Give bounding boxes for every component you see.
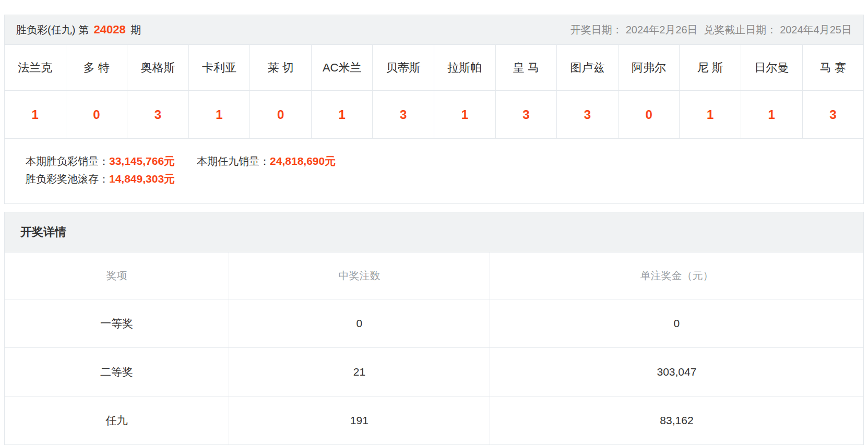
team-row: 法兰克多 特奥格斯卡利亚莱 切AC米兰贝蒂斯拉斯帕皇 马图卢兹阿弗尔尼 斯日尔曼…: [5, 45, 863, 90]
team-cell: 尼 斯: [680, 45, 741, 90]
details-header-bar: 开奖详情: [5, 212, 863, 252]
prize-table: 奖项中奖注数单注奖金（元） 一等奖00二等奖21303,047任九19183,1…: [5, 252, 863, 445]
team-cell: 贝蒂斯: [373, 45, 434, 90]
prize-column-header: 中奖注数: [229, 252, 490, 299]
sfc-sales-label: 本期胜负彩销量：: [26, 155, 109, 167]
result-cell: 0: [619, 91, 680, 138]
prize-amount-cell: 0: [490, 299, 863, 347]
sales-line-1: 本期胜负彩销量：33,145,766元本期任九销量：24,818,690元: [26, 152, 863, 170]
team-cell: 多 特: [66, 45, 128, 90]
result-cell: 1: [312, 91, 373, 138]
details-section-title: 开奖详情: [20, 224, 66, 240]
redeem-deadline-value: 2024年4月25日: [780, 24, 852, 35]
issue-header-bar: 胜负彩(任九) 第 24028 期 开奖日期：2024年2月26日 兑奖截止日期…: [5, 15, 863, 45]
pool-value: 14,849,303元: [109, 173, 175, 185]
sfc-sales-value: 33,145,766元: [109, 155, 175, 167]
prize-name-cell: 二等奖: [5, 347, 229, 396]
issue-title: 胜负彩(任九) 第 24028 期: [16, 23, 141, 37]
team-cell: 法兰克: [5, 45, 66, 90]
result-cell: 1: [434, 91, 496, 138]
result-cell: 3: [496, 91, 557, 138]
pool-label: 胜负彩奖池滚存：: [26, 173, 109, 185]
team-cell: AC米兰: [312, 45, 373, 90]
r9-sales-value: 24,818,690元: [270, 155, 336, 167]
team-cell: 图卢兹: [557, 45, 619, 90]
prize-amount-cell: 83,162: [490, 396, 863, 444]
result-cell: 1: [741, 91, 803, 138]
prize-name-cell: 一等奖: [5, 299, 229, 347]
prize-table-head: 奖项中奖注数单注奖金（元）: [5, 252, 863, 299]
draw-date-label: 开奖日期：: [570, 24, 623, 35]
draw-date-value: 2024年2月26日: [626, 24, 698, 35]
winners-count-cell: 0: [229, 299, 490, 347]
result-cell: 1: [189, 91, 251, 138]
issue-number: 24028: [91, 23, 127, 36]
prize-column-header: 奖项: [5, 252, 229, 299]
winners-count-cell: 21: [229, 347, 490, 396]
result-cell: 0: [66, 91, 128, 138]
prize-row: 二等奖21303,047: [5, 347, 863, 396]
winners-count-cell: 191: [229, 396, 490, 444]
issue-panel: 胜负彩(任九) 第 24028 期 开奖日期：2024年2月26日 兑奖截止日期…: [4, 15, 864, 204]
sales-summary: 本期胜负彩销量：33,145,766元本期任九销量：24,818,690元 胜负…: [5, 138, 863, 203]
result-cell: 3: [373, 91, 434, 138]
team-cell: 拉斯帕: [434, 45, 496, 90]
team-cell: 卡利亚: [189, 45, 251, 90]
sales-line-2: 胜负彩奖池滚存：14,849,303元: [26, 170, 863, 188]
prize-table-header-row: 奖项中奖注数单注奖金（元）: [5, 252, 863, 299]
result-row: 10310131330113: [5, 90, 863, 138]
result-cell: 3: [557, 91, 619, 138]
prize-name-cell: 任九: [5, 396, 229, 444]
result-cell: 1: [680, 91, 741, 138]
r9-sales-label: 本期任九销量：: [197, 155, 270, 167]
team-cell: 日尔曼: [741, 45, 803, 90]
team-cell: 马 赛: [803, 45, 864, 90]
prize-row: 任九19183,162: [5, 396, 863, 444]
issue-title-prefix: 胜负彩(任九) 第: [16, 24, 89, 35]
team-cell: 阿弗尔: [619, 45, 680, 90]
prize-row: 一等奖00: [5, 299, 863, 347]
redeem-deadline-label: 兑奖截止日期：: [704, 24, 777, 35]
prize-column-header: 单注奖金（元）: [490, 252, 863, 299]
result-cell: 3: [803, 91, 864, 138]
prize-amount-cell: 303,047: [490, 347, 863, 396]
team-cell: 莱 切: [250, 45, 312, 90]
details-panel: 开奖详情 奖项中奖注数单注奖金（元） 一等奖00二等奖21303,047任九19…: [4, 212, 864, 445]
draw-dates: 开奖日期：2024年2月26日 兑奖截止日期：2024年4月25日: [567, 23, 852, 37]
team-cell: 皇 马: [496, 45, 557, 90]
result-cell: 0: [250, 91, 312, 138]
result-cell: 3: [127, 91, 189, 138]
prize-table-body: 一等奖00二等奖21303,047任九19183,162: [5, 299, 863, 445]
issue-title-suffix: 期: [130, 24, 141, 35]
team-cell: 奥格斯: [127, 45, 189, 90]
result-cell: 1: [5, 91, 66, 138]
